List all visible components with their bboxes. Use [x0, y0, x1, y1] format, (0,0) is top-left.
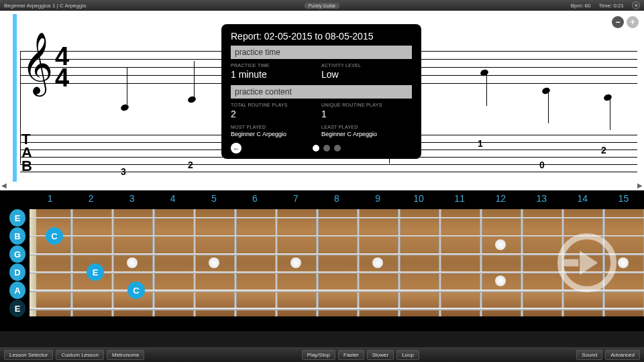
string-label[interactable]: E	[9, 300, 25, 317]
title-bar: Beginner Arpeggios 1 | C Arpeggio Purely…	[0, 0, 644, 11]
bpm-readout: Bpm: 60	[571, 3, 591, 9]
fret-inlay-icon	[495, 239, 506, 250]
fretboard-section: 1 2 3 4 5 6 7 8 9 10 11 12 13 14 15 E B …	[0, 190, 644, 331]
sound-button[interactable]: Sound	[576, 350, 602, 360]
slower-button[interactable]: Slower	[367, 350, 394, 360]
fret-inlay-icon	[618, 257, 629, 268]
fretboard[interactable]: C E C	[30, 209, 644, 316]
fret-inlay-icon	[290, 257, 301, 268]
fret-inlay-icon	[209, 257, 219, 268]
loop-button[interactable]: Loop	[396, 350, 419, 360]
finger-marker: C	[46, 227, 63, 245]
play-overlay-icon[interactable]	[557, 233, 617, 293]
score-area: − + 𝄞 4 4 TAB 3 2 1 0 2 ◀ ▶ Report: 02-0…	[0, 11, 644, 190]
string-label[interactable]: B	[9, 227, 25, 245]
play-stop-button[interactable]: Play/Stop	[302, 350, 335, 360]
finger-marker: C	[127, 282, 145, 299]
nut	[30, 209, 36, 316]
tab-number: 1	[478, 138, 483, 149]
note	[120, 103, 129, 112]
scroll-left-button[interactable]: ◀	[1, 182, 7, 189]
playback-cursor	[13, 14, 17, 182]
bottom-toolbar: Lesson Selector Custom Lesson Metronome …	[0, 347, 644, 362]
advanced-button[interactable]: Advanced	[605, 350, 640, 360]
string-label[interactable]: E	[9, 209, 25, 227]
report-back-button[interactable]: ←	[231, 143, 241, 154]
note	[603, 93, 612, 102]
close-button[interactable]: ✕	[632, 1, 640, 9]
string-label[interactable]: D	[9, 263, 25, 281]
custom-lesson-button[interactable]: Custom Lesson	[56, 350, 104, 360]
report-section-header: practice content	[231, 85, 412, 99]
zoom-in-button[interactable]: +	[627, 16, 639, 28]
report-panel: Report: 02-05-2015 to 08-05-2015 practic…	[221, 24, 421, 159]
string-label[interactable]: G	[9, 245, 25, 263]
svg-rect-1	[563, 259, 578, 267]
report-section-header: practice time	[231, 46, 412, 59]
finger-marker: E	[87, 263, 104, 281]
lesson-selector-button[interactable]: Lesson Selector	[4, 350, 53, 360]
fret-inlay-icon	[372, 257, 383, 268]
report-title: Report: 02-05-2015 to 08-05-2015	[231, 31, 412, 42]
fret-inlay-icon	[495, 276, 506, 286]
metronome-button[interactable]: Metronome	[107, 350, 144, 360]
fret-inlay-icon	[127, 257, 138, 268]
note	[187, 95, 197, 104]
zoom-out-button[interactable]: −	[612, 16, 624, 28]
pager-dot[interactable]	[313, 145, 319, 152]
pager-dot[interactable]	[323, 145, 330, 152]
app-brand: Purely Guitar	[305, 3, 340, 9]
time-readout: Time: 0:21	[599, 3, 625, 9]
faster-button[interactable]: Faster	[338, 350, 364, 360]
pager-dot[interactable]	[334, 145, 341, 152]
report-pager[interactable]	[313, 145, 341, 152]
scroll-right-button[interactable]: ▶	[637, 182, 643, 189]
lesson-title: Beginner Arpeggios 1 | C Arpeggio	[4, 3, 87, 9]
tab-number: 3	[121, 166, 126, 177]
fret-numbers: 1 2 3 4 5 6 7 8 9 10 11 12 13 14 15	[0, 190, 644, 206]
tab-number: 2	[188, 160, 193, 170]
string-label[interactable]: A	[9, 282, 25, 299]
string-labels: E B G D A E	[9, 209, 25, 318]
tab-number: 0	[539, 160, 545, 170]
tab-number: 2	[601, 145, 606, 156]
